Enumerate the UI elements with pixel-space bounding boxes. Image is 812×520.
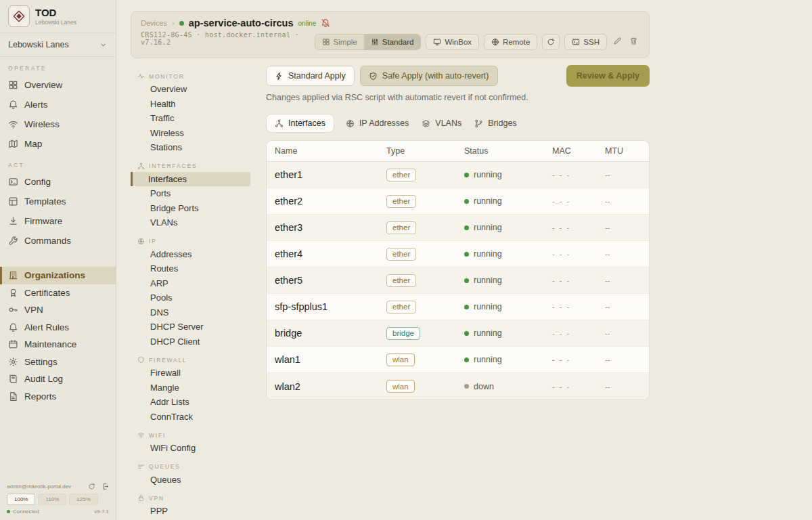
queue-icon [137, 463, 145, 471]
standard-apply-button[interactable]: Standard Apply [266, 66, 355, 86]
sidebar-item-wireless[interactable]: Wireless [0, 114, 116, 134]
sidebar-item-maintenance[interactable]: Maintenance [0, 336, 116, 353]
notifications-muted-icon[interactable] [321, 18, 330, 28]
org-selector[interactable]: Lebowski Lanes [0, 33, 116, 57]
building-icon [8, 270, 18, 280]
subnav-item-dns[interactable]: DNS [131, 305, 250, 320]
subnav-item-arp[interactable]: ARP [131, 276, 250, 291]
delete-device-button[interactable] [628, 35, 639, 49]
table-row[interactable]: wlan1 wlan running - - - -- [267, 347, 649, 373]
subnav-item-pools[interactable]: Pools [131, 290, 250, 305]
subnav-item-ppp[interactable]: PPP [131, 504, 250, 519]
status-dot [464, 305, 469, 309]
sidebar-item-vpn[interactable]: VPN [0, 301, 116, 319]
sidebar-item-alerts[interactable]: Alerts [0, 95, 116, 114]
subnav-item-health[interactable]: Health [131, 97, 250, 112]
sidebar-item-label: Map [24, 139, 42, 149]
status-text: down [474, 382, 494, 391]
refresh-device-button[interactable] [542, 34, 560, 50]
primary-sidebar: TOD Lebowski Lanes Lebowski Lanes OPERAT… [0, 0, 116, 520]
subnav-item-overview[interactable]: Overview [131, 82, 250, 97]
layers-icon [422, 119, 430, 128]
type-badge: ether [386, 169, 416, 181]
subnav-item-traffic[interactable]: Traffic [131, 111, 250, 126]
type-badge: ether [386, 195, 416, 208]
simple-mode-button[interactable]: Simple [315, 35, 364, 49]
chevron-down-icon [99, 41, 108, 49]
app-logo-row: TOD Lebowski Lanes [0, 0, 116, 33]
refresh-icon[interactable] [88, 483, 95, 490]
interface-name: sfp-sfpplus1 [275, 301, 386, 312]
subnav-item-dhcp-server[interactable]: DHCP Server [131, 320, 250, 334]
table-row[interactable]: ether3 ether running - - - -- [267, 215, 649, 241]
tab-interfaces[interactable]: Interfaces [266, 114, 334, 133]
lock-icon [137, 494, 145, 502]
sidebar-item-reports[interactable]: Reports [0, 388, 116, 406]
table-row[interactable]: ether1 ether running - - - -- [267, 162, 649, 188]
subnav-item-interfaces[interactable]: Interfaces [131, 172, 250, 187]
table-row[interactable]: bridge bridge running - - - -- [267, 320, 649, 347]
diamond-logo-icon [13, 10, 25, 22]
interfaces-table: Name Type Status MAC MTU ether1 ether ru… [266, 140, 650, 400]
sidebar-item-commands[interactable]: Commands [0, 231, 116, 251]
sidebar-item-label: Alert Rules [24, 322, 69, 332]
subnav-item-conntrack[interactable]: ConnTrack [131, 410, 250, 425]
app-logo[interactable] [8, 5, 30, 27]
zoom-125-button[interactable]: 125% [69, 494, 97, 505]
subnav-item-routes[interactable]: Routes [131, 261, 250, 276]
safe-apply-button[interactable]: Safe Apply (with auto-revert) [360, 66, 498, 86]
winbox-button[interactable]: WinBox [426, 34, 479, 50]
logout-icon[interactable] [102, 483, 109, 490]
sidebar-item-map[interactable]: Map [0, 134, 116, 154]
table-row[interactable]: sfp-sfpplus1 ether running - - - -- [267, 294, 649, 320]
remote-button[interactable]: Remote [484, 34, 537, 50]
subnav-item-firewall[interactable]: Firewall [131, 366, 250, 381]
sidebar-item-label: VPN [24, 305, 43, 315]
table-row[interactable]: ether4 ether running - - - -- [267, 241, 649, 267]
status-dot [464, 278, 469, 283]
sidebar-item-config[interactable]: Config [0, 172, 116, 192]
sidebar-item-overview[interactable]: Overview [0, 75, 116, 95]
subnav-item-dhcp-client[interactable]: DHCP Client [131, 334, 250, 349]
subnav-item-stations[interactable]: Stations [131, 140, 250, 155]
subnav-item-addresses[interactable]: Addresses [131, 247, 250, 262]
subnav-item-addr-lists[interactable]: Addr Lists [131, 395, 250, 410]
subnav-item-mangle[interactable]: Mangle [131, 381, 250, 395]
sidebar-item-alert-rules[interactable]: Alert Rules [0, 319, 116, 337]
subnav-item-queues[interactable]: Queues [131, 473, 250, 488]
sidebar-item-certificates[interactable]: Certificates [0, 284, 116, 302]
sidebar-item-organizations[interactable]: Organizations [0, 267, 116, 284]
edit-device-button[interactable] [612, 35, 623, 49]
mode-segmented-control: Simple Standard [315, 34, 422, 50]
tab-ip-addresses[interactable]: IP Addresses [344, 114, 410, 133]
review-apply-button[interactable]: Review & Apply [566, 65, 650, 87]
subnav-item-ports[interactable]: Ports [131, 186, 250, 201]
sidebar-item-label: Reports [24, 391, 56, 402]
breadcrumb-devices[interactable]: Devices [141, 19, 167, 27]
table-row[interactable]: wlan2 wlan down - - - -- [267, 373, 649, 399]
interface-name: ether2 [275, 196, 386, 207]
sidebar-item-audit-log[interactable]: Audit Log [0, 370, 116, 388]
sidebar-item-firmware[interactable]: Firmware [0, 211, 116, 231]
subnav-item-wifi-config[interactable]: WiFi Config [131, 441, 250, 456]
subnav-item-vlans[interactable]: VLANs [131, 215, 250, 230]
status-dot [464, 252, 469, 257]
file-icon [8, 391, 18, 402]
device-actions: Simple Standard WinBox Remote SSH [315, 34, 639, 50]
tab-bridges[interactable]: Bridges [473, 114, 518, 133]
status-text: running [474, 276, 502, 285]
zoom-110-button[interactable]: 110% [38, 494, 66, 505]
sidebar-item-settings[interactable]: Settings [0, 353, 116, 371]
subnav-section-wifi: WIFI [131, 424, 266, 441]
ssh-button[interactable]: SSH [564, 34, 607, 50]
app-name: TOD [35, 7, 76, 18]
table-row[interactable]: ether2 ether running - - - -- [267, 188, 649, 215]
standard-mode-button[interactable]: Standard [364, 35, 421, 49]
subnav-item-bridge-ports[interactable]: Bridge Ports [131, 201, 250, 216]
zoom-100-button[interactable]: 100% [7, 494, 35, 505]
pencil-icon [613, 37, 622, 45]
tab-vlans[interactable]: VLANs [420, 114, 463, 133]
table-row[interactable]: ether5 ether running - - - -- [267, 267, 649, 294]
sidebar-item-templates[interactable]: Templates [0, 192, 116, 211]
subnav-item-wireless[interactable]: Wireless [131, 126, 250, 141]
